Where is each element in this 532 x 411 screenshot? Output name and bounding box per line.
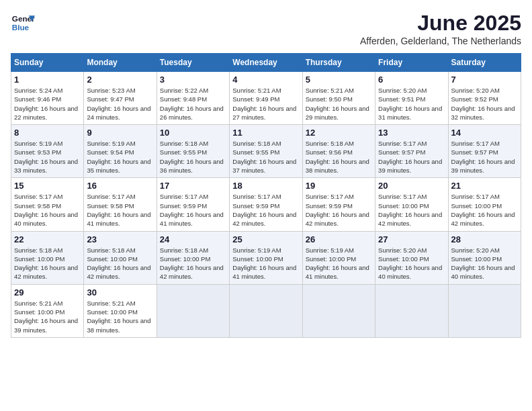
calendar-header-tuesday: Tuesday (157, 54, 229, 72)
calendar-week-row-3: 15Sunrise: 5:17 AMSunset: 9:58 PMDayligh… (11, 178, 521, 231)
calendar-cell: 4Sunrise: 5:21 AMSunset: 9:49 PMDaylight… (230, 72, 302, 125)
calendar-cell: 27Sunrise: 5:20 AMSunset: 10:00 PMDaylig… (375, 231, 448, 284)
calendar-cell: 11Sunrise: 5:18 AMSunset: 9:55 PMDayligh… (230, 125, 302, 178)
day-info: Sunrise: 5:20 AMSunset: 10:00 PMDaylight… (378, 246, 445, 281)
day-info: Sunrise: 5:18 AMSunset: 9:55 PMDaylight:… (160, 139, 226, 175)
location-subtitle: Afferden, Gelderland, The Netherlands (360, 36, 521, 46)
day-info: Sunrise: 5:19 AMSunset: 10:00 PMDaylight… (232, 246, 299, 281)
day-number: 14 (451, 128, 518, 138)
day-info: Sunrise: 5:17 AMSunset: 9:58 PMDaylight:… (87, 192, 153, 228)
day-number: 24 (160, 234, 226, 244)
logo-icon: General Blue (11, 11, 35, 35)
day-info: Sunrise: 5:20 AMSunset: 9:52 PMDaylight:… (451, 86, 518, 122)
day-info: Sunrise: 5:21 AMSunset: 10:00 PMDaylight… (87, 299, 153, 334)
day-number: 6 (378, 75, 445, 85)
day-number: 30 (87, 287, 153, 298)
day-info: Sunrise: 5:19 AMSunset: 9:54 PMDaylight:… (87, 139, 153, 175)
day-info: Sunrise: 5:20 AMSunset: 9:51 PMDaylight:… (378, 86, 445, 122)
calendar-cell: 12Sunrise: 5:18 AMSunset: 9:56 PMDayligh… (302, 125, 375, 178)
day-number: 26 (306, 234, 372, 244)
calendar-cell: 7Sunrise: 5:20 AMSunset: 9:52 PMDaylight… (448, 72, 521, 125)
day-number: 22 (14, 234, 81, 244)
day-info: Sunrise: 5:17 AMSunset: 10:00 PMDaylight… (451, 192, 518, 228)
day-info: Sunrise: 5:17 AMSunset: 9:59 PMDaylight:… (160, 192, 226, 228)
logo: General Blue (11, 11, 35, 35)
day-number: 10 (160, 128, 226, 138)
day-info: Sunrise: 5:17 AMSunset: 9:59 PMDaylight:… (232, 192, 299, 228)
calendar-cell: 10Sunrise: 5:18 AMSunset: 9:55 PMDayligh… (157, 125, 229, 178)
day-number: 23 (87, 234, 153, 244)
calendar-header-wednesday: Wednesday (230, 54, 302, 72)
day-info: Sunrise: 5:17 AMSunset: 9:57 PMDaylight:… (378, 139, 445, 175)
day-info: Sunrise: 5:17 AMSunset: 10:00 PMDaylight… (378, 192, 445, 228)
day-number: 16 (87, 181, 153, 191)
day-number: 12 (306, 128, 372, 138)
calendar-header-monday: Monday (84, 54, 157, 72)
calendar-cell (448, 284, 521, 337)
day-info: Sunrise: 5:18 AMSunset: 10:00 PMDaylight… (14, 246, 81, 281)
calendar-cell (375, 284, 448, 337)
calendar-cell: 13Sunrise: 5:17 AMSunset: 9:57 PMDayligh… (375, 125, 448, 178)
calendar-cell: 20Sunrise: 5:17 AMSunset: 10:00 PMDaylig… (375, 178, 448, 231)
calendar-cell: 14Sunrise: 5:17 AMSunset: 9:57 PMDayligh… (448, 125, 521, 178)
day-info: Sunrise: 5:20 AMSunset: 10:00 PMDaylight… (451, 246, 518, 281)
day-info: Sunrise: 5:19 AMSunset: 10:00 PMDaylight… (306, 246, 372, 281)
day-number: 4 (232, 75, 299, 85)
calendar-cell: 21Sunrise: 5:17 AMSunset: 10:00 PMDaylig… (448, 178, 521, 231)
day-number: 18 (232, 181, 299, 191)
day-number: 25 (232, 234, 299, 244)
day-info: Sunrise: 5:21 AMSunset: 9:49 PMDaylight:… (232, 86, 299, 122)
calendar-cell: 29Sunrise: 5:21 AMSunset: 10:00 PMDaylig… (11, 284, 84, 337)
calendar-cell: 6Sunrise: 5:20 AMSunset: 9:51 PMDaylight… (375, 72, 448, 125)
calendar-cell: 28Sunrise: 5:20 AMSunset: 10:00 PMDaylig… (448, 231, 521, 284)
day-info: Sunrise: 5:19 AMSunset: 9:53 PMDaylight:… (14, 139, 81, 175)
calendar-cell: 22Sunrise: 5:18 AMSunset: 10:00 PMDaylig… (11, 231, 84, 284)
calendar-cell: 30Sunrise: 5:21 AMSunset: 10:00 PMDaylig… (84, 284, 157, 337)
calendar-cell: 8Sunrise: 5:19 AMSunset: 9:53 PMDaylight… (11, 125, 84, 178)
day-info: Sunrise: 5:17 AMSunset: 9:57 PMDaylight:… (451, 139, 518, 175)
calendar-cell: 15Sunrise: 5:17 AMSunset: 9:58 PMDayligh… (11, 178, 84, 231)
calendar-header-row: SundayMondayTuesdayWednesdayThursdayFrid… (11, 54, 521, 72)
day-number: 7 (451, 75, 518, 85)
day-number: 15 (14, 181, 81, 191)
calendar-cell: 17Sunrise: 5:17 AMSunset: 9:59 PMDayligh… (157, 178, 229, 231)
calendar-cell: 9Sunrise: 5:19 AMSunset: 9:54 PMDaylight… (84, 125, 157, 178)
day-number: 28 (451, 234, 518, 244)
svg-text:Blue: Blue (12, 23, 30, 32)
calendar-cell: 2Sunrise: 5:23 AMSunset: 9:47 PMDaylight… (84, 72, 157, 125)
calendar-week-row-2: 8Sunrise: 5:19 AMSunset: 9:53 PMDaylight… (11, 125, 521, 178)
day-number: 8 (14, 128, 81, 138)
day-number: 9 (87, 128, 153, 138)
calendar-cell: 23Sunrise: 5:18 AMSunset: 10:00 PMDaylig… (84, 231, 157, 284)
day-number: 21 (451, 181, 518, 191)
day-number: 2 (87, 75, 153, 85)
day-info: Sunrise: 5:24 AMSunset: 9:46 PMDaylight:… (14, 86, 81, 122)
day-number: 20 (378, 181, 445, 191)
day-number: 11 (232, 128, 299, 138)
calendar-week-row-4: 22Sunrise: 5:18 AMSunset: 10:00 PMDaylig… (11, 231, 521, 284)
day-number: 17 (160, 181, 226, 191)
calendar-header-saturday: Saturday (448, 54, 521, 72)
day-info: Sunrise: 5:18 AMSunset: 9:56 PMDaylight:… (306, 139, 372, 175)
calendar-table: SundayMondayTuesdayWednesdayThursdayFrid… (11, 53, 521, 338)
day-info: Sunrise: 5:18 AMSunset: 10:00 PMDaylight… (87, 246, 153, 281)
calendar-cell (157, 284, 229, 337)
calendar-cell: 19Sunrise: 5:17 AMSunset: 9:59 PMDayligh… (302, 178, 375, 231)
day-info: Sunrise: 5:23 AMSunset: 9:47 PMDaylight:… (87, 86, 153, 122)
day-number: 5 (306, 75, 372, 85)
calendar-cell: 3Sunrise: 5:22 AMSunset: 9:48 PMDaylight… (157, 72, 229, 125)
calendar-cell: 25Sunrise: 5:19 AMSunset: 10:00 PMDaylig… (230, 231, 302, 284)
day-info: Sunrise: 5:21 AMSunset: 10:00 PMDaylight… (14, 299, 81, 334)
calendar-cell: 16Sunrise: 5:17 AMSunset: 9:58 PMDayligh… (84, 178, 157, 231)
day-number: 27 (378, 234, 445, 244)
calendar-cell: 5Sunrise: 5:21 AMSunset: 9:50 PMDaylight… (302, 72, 375, 125)
page-header: General Blue June 2025 Afferden, Gelderl… (11, 11, 521, 46)
calendar-cell: 24Sunrise: 5:18 AMSunset: 10:00 PMDaylig… (157, 231, 229, 284)
calendar-header-sunday: Sunday (11, 54, 84, 72)
title-area: June 2025 Afferden, Gelderland, The Neth… (360, 11, 521, 46)
day-info: Sunrise: 5:18 AMSunset: 9:55 PMDaylight:… (232, 139, 299, 175)
day-number: 19 (306, 181, 372, 191)
calendar-header-friday: Friday (375, 54, 448, 72)
calendar-week-row-5: 29Sunrise: 5:21 AMSunset: 10:00 PMDaylig… (11, 284, 521, 337)
day-info: Sunrise: 5:21 AMSunset: 9:50 PMDaylight:… (306, 86, 372, 122)
